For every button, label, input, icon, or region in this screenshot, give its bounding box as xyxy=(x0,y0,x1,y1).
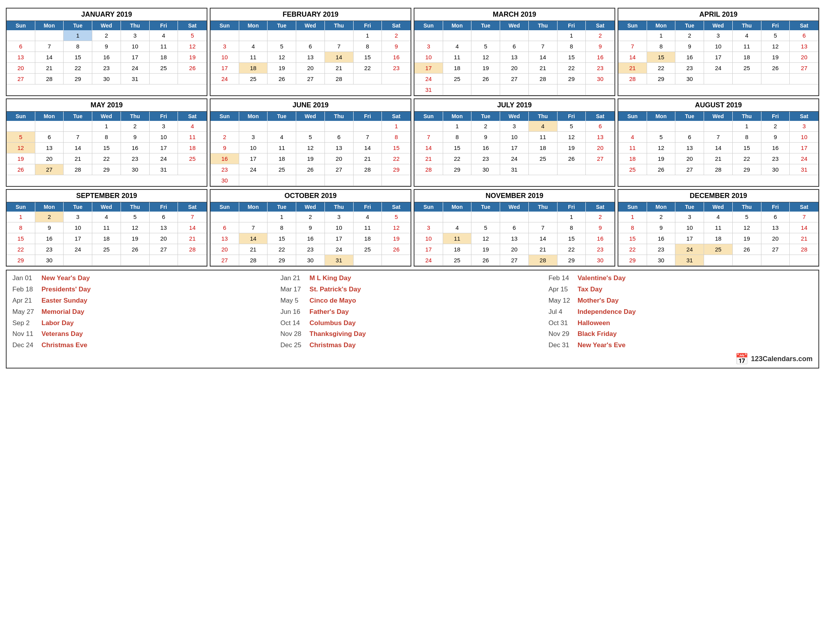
day-cell: 20 xyxy=(150,233,178,244)
day-cell: 23 xyxy=(121,153,150,164)
holiday-date: Oct 31 xyxy=(549,318,578,329)
day-cell: 12 xyxy=(761,41,790,52)
holiday-date: Feb 14 xyxy=(549,273,578,284)
empty-cell xyxy=(761,74,790,84)
day-cell: 29 xyxy=(443,164,472,175)
day-cell: 24 xyxy=(500,153,529,164)
empty-cell xyxy=(647,121,676,132)
day-cell: 18 xyxy=(443,244,472,255)
logo-section: 📅123Calendars.com xyxy=(549,351,813,365)
day-header-sun: Sun xyxy=(414,21,443,30)
empty-cell xyxy=(618,121,647,132)
day-cell: 5 xyxy=(178,30,207,41)
empty-cell xyxy=(704,74,733,84)
holiday-date: Jul 4 xyxy=(549,307,578,318)
holiday-name: Tax Day xyxy=(578,284,602,295)
day-header-wed: Wed xyxy=(296,112,325,121)
empty-cell xyxy=(500,30,529,41)
day-cell: 14 xyxy=(704,143,733,153)
day-cell: 5 xyxy=(647,132,676,143)
empty-cell xyxy=(761,255,790,266)
day-cell: 31 xyxy=(414,84,443,95)
empty-cell xyxy=(586,164,614,175)
day-cell: 4 xyxy=(150,30,178,41)
day-cell: 28 xyxy=(239,255,268,266)
day-cell: 22 xyxy=(382,153,411,164)
day-header-sat: Sat xyxy=(586,21,614,30)
day-cell: 6 xyxy=(790,30,818,41)
holiday-date: May 12 xyxy=(549,295,578,307)
day-cell: 14 xyxy=(64,143,92,153)
day-cell: 8 xyxy=(354,41,382,52)
empty-cell xyxy=(675,121,704,132)
holiday-row: Apr 15Tax Day xyxy=(549,284,813,295)
day-header-wed: Wed xyxy=(92,21,121,30)
day-cell: 28 xyxy=(529,74,557,84)
day-cell: 26 xyxy=(647,164,676,175)
day-header-fri: Fri xyxy=(354,202,382,212)
holiday-date: May 27 xyxy=(12,307,41,318)
day-cell: 27 xyxy=(761,244,790,255)
day-cell: 23 xyxy=(382,63,411,74)
day-cell: 11 xyxy=(354,222,382,233)
day-cell: 27 xyxy=(150,244,178,255)
day-header-sat: Sat xyxy=(382,202,411,212)
day-cell: 15 xyxy=(733,143,761,153)
day-cell: 4 xyxy=(354,212,382,222)
day-header-fri: Fri xyxy=(354,112,382,121)
day-header-fri: Fri xyxy=(761,202,790,212)
day-cell: 1 xyxy=(618,212,647,222)
empty-cell xyxy=(443,30,472,41)
empty-cell xyxy=(414,121,443,132)
day-cell: 26 xyxy=(7,164,35,175)
day-cell: 21 xyxy=(414,153,443,164)
empty-cell xyxy=(733,255,761,266)
day-cell: 12 xyxy=(471,233,500,244)
day-cell: 15 xyxy=(557,233,586,244)
day-cell: 6 xyxy=(500,41,529,52)
empty-cell xyxy=(239,121,268,132)
day-header-tue: Tue xyxy=(64,112,92,121)
month-title: OCTOBER 2019 xyxy=(211,190,411,202)
day-cell: 26 xyxy=(557,153,586,164)
day-cell: 9 xyxy=(296,222,325,233)
day-header-fri: Fri xyxy=(557,21,586,30)
day-cell: 4 xyxy=(268,132,296,143)
day-cell: 11 xyxy=(443,52,472,63)
holiday-name: Columbus Day xyxy=(309,318,356,329)
empty-cell xyxy=(64,121,92,132)
day-cell: 13 xyxy=(325,143,354,153)
day-header-mon: Mon xyxy=(239,202,268,212)
day-cell: 31 xyxy=(325,255,354,266)
day-cell: 10 xyxy=(64,222,92,233)
day-cell: 29 xyxy=(647,74,676,84)
holiday-date: Jan 21 xyxy=(280,273,309,284)
day-cell: 5 xyxy=(733,212,761,222)
day-cell: 10 xyxy=(239,143,268,153)
empty-cell xyxy=(35,30,64,41)
day-cell: 24 xyxy=(704,63,733,74)
day-header-tue: Tue xyxy=(268,112,296,121)
day-header-sun: Sun xyxy=(618,202,647,212)
holiday-row: Apr 21Easter Sunday xyxy=(12,295,276,307)
day-header-mon: Mon xyxy=(647,202,676,212)
month-block-july: JULY 2019SunMonTueWedThuFriSat1234567891… xyxy=(414,98,615,187)
holiday-name: Father's Day xyxy=(309,307,349,318)
day-cell: 24 xyxy=(790,153,818,164)
day-cell: 25 xyxy=(268,164,296,175)
day-cell: 8 xyxy=(557,222,586,233)
day-cell: 1 xyxy=(354,30,382,41)
day-cell: 16 xyxy=(296,233,325,244)
day-cell: 18 xyxy=(618,153,647,164)
day-cell: 27 xyxy=(296,74,325,84)
empty-cell xyxy=(211,30,239,41)
holiday-name: St. Patrick's Day xyxy=(309,284,361,295)
day-cell: 3 xyxy=(675,212,704,222)
day-cell: 25 xyxy=(704,244,733,255)
empty-cell xyxy=(382,255,411,266)
day-cell: 3 xyxy=(704,30,733,41)
empty-cell xyxy=(150,255,178,266)
day-cell: 1 xyxy=(92,121,121,132)
day-cell: 11 xyxy=(443,233,472,244)
day-cell: 8 xyxy=(618,222,647,233)
